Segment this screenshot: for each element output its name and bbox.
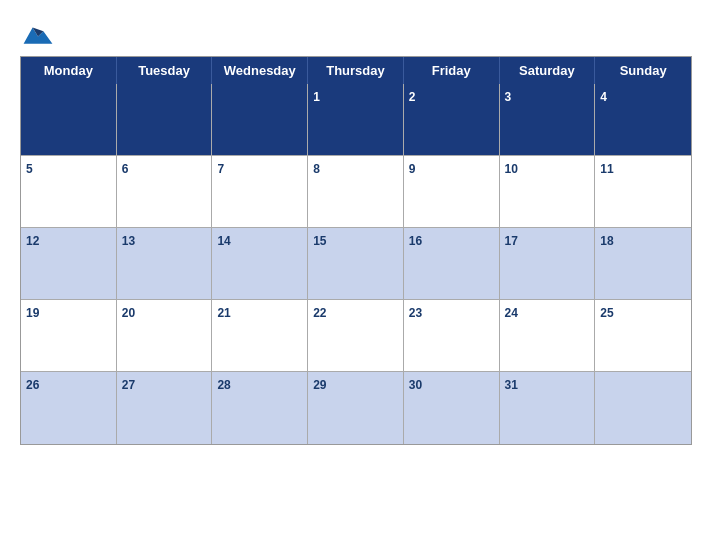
date-number: 4: [600, 90, 607, 104]
date-number: 12: [26, 234, 39, 248]
date-number: 3: [505, 90, 512, 104]
cal-cell: 5: [21, 156, 117, 228]
date-number: 21: [217, 306, 230, 320]
day-header-tuesday: Tuesday: [117, 57, 213, 84]
cal-cell: 9: [404, 156, 500, 228]
cal-cell: 28: [212, 372, 308, 444]
day-header-friday: Friday: [404, 57, 500, 84]
date-number: 5: [26, 162, 33, 176]
day-header-thursday: Thursday: [308, 57, 404, 84]
cal-cell: 20: [117, 300, 213, 372]
date-number: 1: [313, 90, 320, 104]
date-number: 6: [122, 162, 129, 176]
cal-cell: [21, 84, 117, 156]
cal-cell: 29: [308, 372, 404, 444]
cal-cell: 27: [117, 372, 213, 444]
date-number: 23: [409, 306, 422, 320]
cal-cell: 23: [404, 300, 500, 372]
date-number: 16: [409, 234, 422, 248]
cal-cell: 10: [500, 156, 596, 228]
cal-cell: 16: [404, 228, 500, 300]
cal-cell: [595, 372, 691, 444]
date-number: 22: [313, 306, 326, 320]
date-number: 2: [409, 90, 416, 104]
cal-cell: 7: [212, 156, 308, 228]
cal-cell: [117, 84, 213, 156]
date-number: 28: [217, 378, 230, 392]
cal-cell: 12: [21, 228, 117, 300]
cal-cell: 19: [21, 300, 117, 372]
date-number: 13: [122, 234, 135, 248]
cal-cell: [212, 84, 308, 156]
cal-cell: 25: [595, 300, 691, 372]
cal-cell: 24: [500, 300, 596, 372]
date-number: 26: [26, 378, 39, 392]
logo: [20, 18, 60, 48]
date-number: 19: [26, 306, 39, 320]
day-header-sunday: Sunday: [595, 57, 691, 84]
date-number: 20: [122, 306, 135, 320]
cal-cell: 30: [404, 372, 500, 444]
date-number: 7: [217, 162, 224, 176]
cal-cell: 31: [500, 372, 596, 444]
date-number: 10: [505, 162, 518, 176]
date-number: 25: [600, 306, 613, 320]
calendar-header: [20, 10, 692, 52]
date-number: 9: [409, 162, 416, 176]
day-headers: MondayTuesdayWednesdayThursdayFridaySatu…: [21, 57, 691, 84]
day-header-wednesday: Wednesday: [212, 57, 308, 84]
cal-cell: 22: [308, 300, 404, 372]
date-number: 15: [313, 234, 326, 248]
cal-cell: 8: [308, 156, 404, 228]
date-number: 18: [600, 234, 613, 248]
date-number: 30: [409, 378, 422, 392]
date-number: 27: [122, 378, 135, 392]
cal-cell: 11: [595, 156, 691, 228]
date-number: 11: [600, 162, 613, 176]
date-number: 8: [313, 162, 320, 176]
cal-cell: 1: [308, 84, 404, 156]
cal-cell: 15: [308, 228, 404, 300]
cal-cell: 6: [117, 156, 213, 228]
cal-cell: 13: [117, 228, 213, 300]
date-number: 31: [505, 378, 518, 392]
day-header-monday: Monday: [21, 57, 117, 84]
cal-cell: 4: [595, 84, 691, 156]
calendar: MondayTuesdayWednesdayThursdayFridaySatu…: [20, 56, 692, 445]
calendar-grid: 1234567891011121314151617181920212223242…: [21, 84, 691, 444]
date-number: 14: [217, 234, 230, 248]
cal-cell: 3: [500, 84, 596, 156]
cal-cell: 2: [404, 84, 500, 156]
cal-cell: 21: [212, 300, 308, 372]
cal-cell: 14: [212, 228, 308, 300]
cal-cell: 26: [21, 372, 117, 444]
cal-cell: 17: [500, 228, 596, 300]
date-number: 29: [313, 378, 326, 392]
day-header-saturday: Saturday: [500, 57, 596, 84]
date-number: 24: [505, 306, 518, 320]
logo-icon: [20, 18, 56, 48]
date-number: 17: [505, 234, 518, 248]
cal-cell: 18: [595, 228, 691, 300]
